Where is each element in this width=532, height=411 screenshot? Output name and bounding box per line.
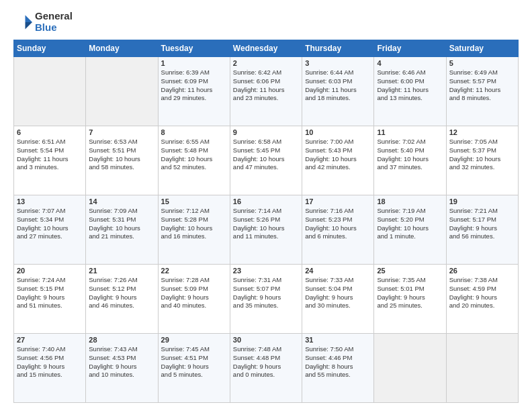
- day-number: 12: [449, 128, 515, 136]
- calendar-cell: 22Sunrise: 7:28 AM Sunset: 5:09 PM Dayli…: [158, 265, 230, 334]
- calendar-cell: 15Sunrise: 7:12 AM Sunset: 5:28 PM Dayli…: [158, 195, 230, 265]
- calendar-cell: 9Sunrise: 6:58 AM Sunset: 5:45 PM Daylig…: [230, 126, 302, 195]
- day-detail: Sunrise: 6:58 AM Sunset: 5:45 PM Dayligh…: [233, 138, 299, 172]
- day-detail: Sunrise: 7:26 AM Sunset: 5:12 PM Dayligh…: [89, 276, 154, 310]
- day-number: 6: [17, 128, 83, 136]
- calendar-cell: 3Sunrise: 6:44 AM Sunset: 6:03 PM Daylig…: [302, 57, 374, 126]
- day-detail: Sunrise: 7:45 AM Sunset: 4:51 PM Dayligh…: [161, 345, 227, 379]
- day-number: 4: [377, 59, 443, 67]
- calendar-cell: 31Sunrise: 7:50 AM Sunset: 4:46 PM Dayli…: [302, 334, 374, 403]
- page: General Blue SundayMondayTuesdayWednesda…: [0, 0, 532, 411]
- calendar-cell: 28Sunrise: 7:43 AM Sunset: 4:53 PM Dayli…: [86, 334, 158, 403]
- day-detail: Sunrise: 6:49 AM Sunset: 5:57 PM Dayligh…: [449, 68, 515, 103]
- day-detail: Sunrise: 7:50 AM Sunset: 4:46 PM Dayligh…: [305, 345, 371, 379]
- day-detail: Sunrise: 7:19 AM Sunset: 5:20 PM Dayligh…: [377, 207, 443, 241]
- day-number: 18: [377, 197, 443, 205]
- day-detail: Sunrise: 7:07 AM Sunset: 5:34 PM Dayligh…: [17, 207, 83, 241]
- day-detail: Sunrise: 7:14 AM Sunset: 5:26 PM Dayligh…: [233, 207, 299, 241]
- weekday-tuesday: Tuesday: [158, 40, 230, 57]
- week-row-1: 1Sunrise: 6:39 AM Sunset: 6:09 PM Daylig…: [14, 57, 519, 126]
- day-number: 11: [377, 128, 443, 136]
- day-detail: Sunrise: 7:43 AM Sunset: 4:53 PM Dayligh…: [89, 345, 154, 379]
- day-detail: Sunrise: 7:40 AM Sunset: 4:56 PM Dayligh…: [17, 345, 83, 379]
- day-detail: Sunrise: 7:35 AM Sunset: 5:01 PM Dayligh…: [377, 276, 443, 310]
- weekday-monday: Monday: [86, 40, 158, 57]
- calendar-cell: 27Sunrise: 7:40 AM Sunset: 4:56 PM Dayli…: [14, 334, 86, 403]
- calendar-cell: 2Sunrise: 6:42 AM Sunset: 6:06 PM Daylig…: [230, 57, 302, 126]
- logo-text: General Blue: [35, 11, 73, 33]
- day-number: 14: [89, 197, 154, 205]
- day-number: 3: [305, 59, 371, 67]
- calendar-table: SundayMondayTuesdayWednesdayThursdayFrid…: [13, 40, 519, 403]
- day-detail: Sunrise: 6:53 AM Sunset: 5:51 PM Dayligh…: [89, 138, 154, 172]
- day-detail: Sunrise: 7:09 AM Sunset: 5:31 PM Dayligh…: [89, 207, 154, 241]
- calendar-cell: 23Sunrise: 7:31 AM Sunset: 5:07 PM Dayli…: [230, 265, 302, 334]
- calendar-cell: 12Sunrise: 7:05 AM Sunset: 5:37 PM Dayli…: [446, 126, 518, 195]
- day-detail: Sunrise: 6:42 AM Sunset: 6:06 PM Dayligh…: [233, 68, 299, 103]
- day-number: 7: [89, 128, 154, 136]
- day-detail: Sunrise: 7:00 AM Sunset: 5:43 PM Dayligh…: [305, 138, 371, 172]
- day-number: 21: [89, 267, 154, 275]
- day-number: 23: [233, 267, 299, 275]
- calendar-cell: 14Sunrise: 7:09 AM Sunset: 5:31 PM Dayli…: [86, 195, 158, 265]
- day-detail: Sunrise: 6:55 AM Sunset: 5:48 PM Dayligh…: [161, 138, 227, 172]
- day-detail: Sunrise: 7:33 AM Sunset: 5:04 PM Dayligh…: [305, 276, 371, 310]
- svg-marker-1: [26, 22, 33, 30]
- calendar-cell: 13Sunrise: 7:07 AM Sunset: 5:34 PM Dayli…: [14, 195, 86, 265]
- weekday-wednesday: Wednesday: [230, 40, 302, 57]
- day-detail: Sunrise: 7:24 AM Sunset: 5:15 PM Dayligh…: [17, 276, 83, 310]
- header: General Blue: [13, 11, 519, 33]
- day-detail: Sunrise: 7:31 AM Sunset: 5:07 PM Dayligh…: [233, 276, 299, 310]
- logo-icon: [13, 13, 32, 32]
- day-number: 16: [233, 197, 299, 205]
- day-number: 25: [377, 267, 443, 275]
- day-number: 30: [233, 336, 299, 344]
- day-detail: Sunrise: 6:44 AM Sunset: 6:03 PM Dayligh…: [305, 68, 371, 103]
- week-row-2: 6Sunrise: 6:51 AM Sunset: 5:54 PM Daylig…: [14, 126, 519, 195]
- week-row-3: 13Sunrise: 7:07 AM Sunset: 5:34 PM Dayli…: [14, 195, 519, 265]
- calendar-cell: 16Sunrise: 7:14 AM Sunset: 5:26 PM Dayli…: [230, 195, 302, 265]
- day-number: 31: [305, 336, 371, 344]
- calendar-cell: 21Sunrise: 7:26 AM Sunset: 5:12 PM Dayli…: [86, 265, 158, 334]
- day-number: 2: [233, 59, 299, 67]
- calendar-cell: 25Sunrise: 7:35 AM Sunset: 5:01 PM Dayli…: [374, 265, 446, 334]
- calendar-cell: 10Sunrise: 7:00 AM Sunset: 5:43 PM Dayli…: [302, 126, 374, 195]
- calendar-cell: 29Sunrise: 7:45 AM Sunset: 4:51 PM Dayli…: [158, 334, 230, 403]
- weekday-thursday: Thursday: [302, 40, 374, 57]
- calendar-cell: [86, 57, 158, 126]
- day-detail: Sunrise: 7:48 AM Sunset: 4:48 PM Dayligh…: [233, 345, 299, 379]
- day-number: 28: [89, 336, 154, 344]
- calendar-cell: 30Sunrise: 7:48 AM Sunset: 4:48 PM Dayli…: [230, 334, 302, 403]
- day-number: 15: [161, 197, 227, 205]
- weekday-header-row: SundayMondayTuesdayWednesdayThursdayFrid…: [14, 40, 519, 57]
- calendar-cell: 18Sunrise: 7:19 AM Sunset: 5:20 PM Dayli…: [374, 195, 446, 265]
- logo: General Blue: [13, 11, 73, 33]
- calendar-cell: 26Sunrise: 7:38 AM Sunset: 4:59 PM Dayli…: [446, 265, 518, 334]
- day-detail: Sunrise: 7:16 AM Sunset: 5:23 PM Dayligh…: [305, 207, 371, 241]
- calendar-cell: [446, 334, 518, 403]
- weekday-saturday: Saturday: [446, 40, 518, 57]
- week-row-5: 27Sunrise: 7:40 AM Sunset: 4:56 PM Dayli…: [14, 334, 519, 403]
- day-number: 9: [233, 128, 299, 136]
- day-detail: Sunrise: 6:39 AM Sunset: 6:09 PM Dayligh…: [161, 68, 227, 103]
- day-number: 10: [305, 128, 371, 136]
- calendar-cell: 1Sunrise: 6:39 AM Sunset: 6:09 PM Daylig…: [158, 57, 230, 126]
- day-number: 1: [161, 59, 227, 67]
- day-number: 27: [17, 336, 83, 344]
- calendar-cell: 6Sunrise: 6:51 AM Sunset: 5:54 PM Daylig…: [14, 126, 86, 195]
- day-number: 17: [305, 197, 371, 205]
- day-number: 8: [161, 128, 227, 136]
- day-number: 5: [449, 59, 515, 67]
- day-detail: Sunrise: 7:28 AM Sunset: 5:09 PM Dayligh…: [161, 276, 227, 310]
- day-number: 13: [17, 197, 83, 205]
- weekday-friday: Friday: [374, 40, 446, 57]
- calendar-cell: 24Sunrise: 7:33 AM Sunset: 5:04 PM Dayli…: [302, 265, 374, 334]
- calendar-cell: [14, 57, 86, 126]
- day-number: 22: [161, 267, 227, 275]
- weekday-sunday: Sunday: [14, 40, 86, 57]
- calendar-cell: 17Sunrise: 7:16 AM Sunset: 5:23 PM Dayli…: [302, 195, 374, 265]
- calendar-cell: 7Sunrise: 6:53 AM Sunset: 5:51 PM Daylig…: [86, 126, 158, 195]
- day-number: 26: [449, 267, 515, 275]
- calendar-cell: 20Sunrise: 7:24 AM Sunset: 5:15 PM Dayli…: [14, 265, 86, 334]
- day-number: 29: [161, 336, 227, 344]
